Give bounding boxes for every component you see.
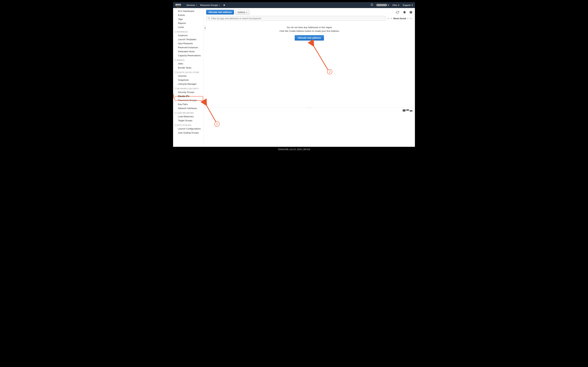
sidebar-item[interactable]: Instances xyxy=(173,33,204,37)
filter-input[interactable] xyxy=(211,17,384,20)
collapse-icon[interactable]: − xyxy=(174,59,176,61)
nav-resource-groups-label: Resource Groups xyxy=(200,4,218,7)
collapse-icon[interactable]: − xyxy=(174,124,176,126)
support-label: Support xyxy=(403,4,411,7)
sidebar-item[interactable]: Target Groups xyxy=(173,118,204,123)
collapse-sidebar-tab[interactable]: ◀ xyxy=(204,25,206,30)
sidebar-item[interactable]: Capacity Reservations xyxy=(173,53,204,58)
sidebar-item[interactable]: Key Pairs xyxy=(173,102,204,106)
filter-box[interactable] xyxy=(206,16,386,21)
toolbar: Allocate new address Actions ▾ ? xyxy=(204,8,415,16)
sidebar-item[interactable]: Reserved Instances xyxy=(173,45,204,50)
bottom-panel xyxy=(204,108,415,147)
sidebar-item[interactable]: EC2 Dashboard xyxy=(173,9,204,13)
account-menu[interactable]: ▾ xyxy=(376,4,389,7)
pager-first-icon[interactable]: |◀ xyxy=(387,17,389,20)
pager-count: None found xyxy=(393,17,406,20)
sidebar-item[interactable]: AMIs xyxy=(173,62,204,66)
empty-line-1: You do not have any Addresses in this re… xyxy=(204,26,415,29)
aws-swoosh-icon xyxy=(175,7,181,8)
notifications-bell-icon[interactable] xyxy=(371,3,373,7)
nav-services[interactable]: Services ▾ xyxy=(186,4,197,7)
support-menu[interactable]: Support ▾ xyxy=(403,4,413,7)
chevron-down-icon: ▾ xyxy=(219,4,220,6)
actions-button-label: Actions xyxy=(238,11,245,13)
chevron-down-icon: ▾ xyxy=(246,11,247,13)
region-label: Ohio xyxy=(392,4,397,7)
sidebar-item[interactable]: Launch Configurations xyxy=(173,127,204,131)
gear-icon[interactable] xyxy=(403,11,406,14)
sidebar-item[interactable]: Reports xyxy=(173,21,204,25)
pager-last-icon[interactable]: ▶| xyxy=(410,17,413,20)
sidebar-section-header[interactable]: −AUTO SCALING xyxy=(173,123,204,127)
sidebar-item[interactable]: Security Groups xyxy=(173,90,204,94)
nav-resource-groups[interactable]: Resource Groups ▾ xyxy=(200,4,220,7)
sidebar-item[interactable]: Tags xyxy=(173,17,204,21)
sidebar-item[interactable]: Bundle Tasks xyxy=(173,66,204,70)
allocate-center-button-label: Allocate new address xyxy=(298,36,321,39)
pager: |◀ ◀ None found ▶ ▶| xyxy=(387,17,413,20)
svg-line-3 xyxy=(209,19,210,19)
refresh-icon[interactable] xyxy=(396,11,399,14)
layout-toggle-icons xyxy=(403,109,413,111)
chevron-down-icon: ▾ xyxy=(412,4,413,7)
region-menu[interactable]: Ohio ▾ xyxy=(392,4,399,7)
svg-text:?: ? xyxy=(410,11,411,13)
chevron-down-icon: ▾ xyxy=(388,4,389,7)
sidebar-item[interactable]: Auto Scaling Groups xyxy=(173,131,204,135)
sidebar-item[interactable]: Network Interfaces xyxy=(173,106,204,110)
pager-next-icon[interactable]: ▶ xyxy=(407,17,409,20)
nav-services-label: Services xyxy=(186,4,195,7)
sidebar-section-header[interactable]: −LOAD BALANCING xyxy=(173,110,204,115)
sidebar-section-header[interactable]: −INSTANCES xyxy=(173,29,204,33)
collapse-icon[interactable]: − xyxy=(174,112,176,114)
filter-bar: |◀ ◀ None found ▶ ▶| xyxy=(204,16,415,22)
chevron-down-icon: ▾ xyxy=(398,4,399,7)
actions-button[interactable]: Actions ▾ xyxy=(235,10,249,15)
help-icon[interactable]: ? xyxy=(409,11,413,14)
sidebar-item[interactable]: Launch Templates xyxy=(173,37,204,42)
main-panel: ◀ Allocate new address Actions ▾ xyxy=(204,8,415,147)
sidebar-item[interactable]: Volumes xyxy=(173,74,204,78)
svg-point-2 xyxy=(208,17,209,19)
sidebar-section-header[interactable]: −IMAGES xyxy=(173,58,204,62)
chevron-down-icon: ▾ xyxy=(196,4,197,6)
pin-icon[interactable]: ★ xyxy=(223,4,225,7)
account-name-blurred xyxy=(376,4,387,6)
layout-bottom-icon[interactable] xyxy=(410,109,413,111)
layout-split-icon[interactable] xyxy=(406,109,409,111)
search-icon xyxy=(208,17,210,20)
empty-line-2: Click the Create Address button to creat… xyxy=(204,30,415,32)
sidebar-item[interactable]: Events xyxy=(173,13,204,17)
sidebar-item[interactable]: Lifecycle Manager xyxy=(173,82,204,86)
sidebar-item[interactable]: Spot Requests xyxy=(173,42,204,45)
sidebar-item[interactable]: Load Balancers xyxy=(173,115,204,118)
pager-prev-icon[interactable]: ◀ xyxy=(390,17,392,20)
collapse-icon[interactable]: − xyxy=(174,31,176,33)
sidebar-item[interactable]: Placement Groups xyxy=(173,98,204,102)
sidebar-item[interactable]: Dedicated Hosts xyxy=(173,50,204,53)
empty-state: You do not have any Addresses in this re… xyxy=(204,22,415,43)
sidebar-section-header[interactable]: −ELASTIC BLOCK STORE xyxy=(173,70,204,74)
sidebar-item[interactable]: Snapshots xyxy=(173,78,204,82)
top-navbar: aws Services ▾ Resource Groups ▾ ★ ▾ xyxy=(173,2,415,8)
aws-logo[interactable]: aws xyxy=(175,3,181,8)
sidebar-section-header[interactable]: −NETWORK & SECURITY xyxy=(173,86,204,90)
sidebar: EC2 DashboardEventsTagsReportsLimits−INS… xyxy=(173,8,204,147)
collapse-icon[interactable]: − xyxy=(174,71,176,73)
sidebar-item[interactable]: Limits xyxy=(173,25,204,29)
footer-caption: 3344x2036 | Jul 23, 2019 | 393 KB xyxy=(172,148,416,151)
allocate-new-address-button[interactable]: Allocate new address xyxy=(206,10,234,15)
aws-logo-text: aws xyxy=(175,3,181,7)
sidebar-item[interactable]: Elastic IPs xyxy=(173,94,204,98)
allocate-new-address-center-button[interactable]: Allocate new address xyxy=(295,35,324,41)
collapse-icon[interactable]: − xyxy=(174,88,176,90)
allocate-button-label: Allocate new address xyxy=(208,11,232,13)
layout-full-icon[interactable] xyxy=(403,109,406,111)
